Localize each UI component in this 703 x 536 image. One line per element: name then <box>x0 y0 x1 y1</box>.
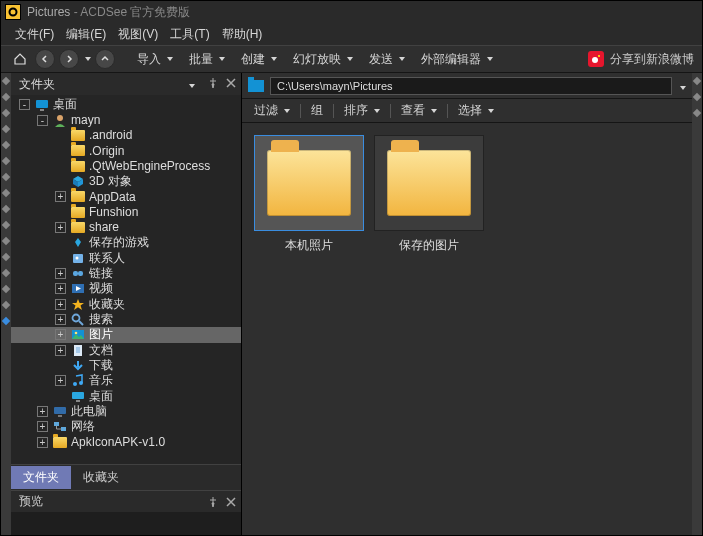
tree-item[interactable]: 桌面 <box>11 389 241 404</box>
pic-icon <box>70 328 85 341</box>
expand-toggle[interactable]: - <box>19 99 30 110</box>
tree-item[interactable]: +视频 <box>11 281 241 296</box>
expand-toggle[interactable]: + <box>55 345 66 356</box>
cube-icon <box>70 175 85 188</box>
pin-icon[interactable] <box>207 77 219 89</box>
svg-rect-22 <box>76 400 80 402</box>
svg-point-5 <box>57 115 63 121</box>
filter-group[interactable]: 组 <box>305 102 329 119</box>
tab-favorites[interactable]: 收藏夹 <box>71 466 131 489</box>
search-icon <box>70 313 85 326</box>
path-input[interactable] <box>270 77 672 95</box>
game-icon <box>70 236 85 249</box>
share-weibo-label: 分享到新浪微博 <box>610 51 694 68</box>
toolbar-slideshow[interactable]: 幻灯放映 <box>287 51 359 68</box>
expand-toggle[interactable]: + <box>37 421 48 432</box>
toolbar-batch[interactable]: 批量 <box>183 51 231 68</box>
close-icon[interactable] <box>225 77 237 89</box>
nav-forward-button[interactable] <box>59 49 79 69</box>
expand-toggle[interactable]: + <box>55 299 66 310</box>
svg-rect-23 <box>54 407 66 414</box>
expand-toggle[interactable]: + <box>37 437 48 448</box>
expand-toggle[interactable]: + <box>55 314 66 325</box>
tab-folders[interactable]: 文件夹 <box>11 466 71 489</box>
expand-toggle[interactable]: + <box>55 329 66 340</box>
tree-item[interactable]: .QtWebEngineProcess <box>11 158 241 173</box>
tree-item-label: AppData <box>89 190 136 204</box>
path-dropdown[interactable] <box>678 79 686 93</box>
expand-toggle[interactable]: - <box>37 115 48 126</box>
expand-toggle[interactable]: + <box>55 283 66 294</box>
folder-thumbnail-icon <box>374 135 484 231</box>
toolbar-create[interactable]: 创建 <box>235 51 283 68</box>
thumbnail-item[interactable]: 保存的图片 <box>374 135 484 254</box>
tree-item[interactable]: .android <box>11 128 241 143</box>
tree-item[interactable]: +收藏夹 <box>11 296 241 311</box>
desk-icon <box>70 390 85 403</box>
rail-marker-icon <box>693 109 701 117</box>
thumbnails-grid: 本机照片保存的图片 <box>242 123 692 535</box>
panel-options-dropdown[interactable] <box>187 77 195 91</box>
tree-item[interactable]: +share <box>11 220 241 235</box>
menu-file[interactable]: 文件(F) <box>9 26 60 43</box>
tree-item-label: .android <box>89 128 132 142</box>
tree-item[interactable]: +网络 <box>11 419 241 434</box>
tree-item[interactable]: 联系人 <box>11 250 241 265</box>
menu-tools[interactable]: 工具(T) <box>164 26 215 43</box>
tree-item[interactable]: 保存的游戏 <box>11 235 241 250</box>
tree-item[interactable]: +搜索 <box>11 312 241 327</box>
home-button[interactable] <box>9 48 31 70</box>
tree-item-label: 3D 对象 <box>89 173 132 190</box>
filter-sort[interactable]: 排序 <box>338 102 386 119</box>
tree-item[interactable]: +AppData <box>11 189 241 204</box>
tree-item-label: Funshion <box>89 205 138 219</box>
rail-marker-icon <box>2 253 10 261</box>
tree-item[interactable]: 下载 <box>11 358 241 373</box>
rail-marker-icon <box>2 269 10 277</box>
expand-toggle[interactable]: + <box>55 375 66 386</box>
pin-icon[interactable] <box>207 496 219 508</box>
tree-item[interactable]: 3D 对象 <box>11 174 241 189</box>
share-weibo-button[interactable]: 分享到新浪微博 <box>588 51 694 68</box>
toolbar-send[interactable]: 发送 <box>363 51 411 68</box>
tree-item[interactable]: +文档 <box>11 343 241 358</box>
nav-back-button[interactable] <box>35 49 55 69</box>
nav-history-dropdown[interactable] <box>83 57 91 61</box>
menu-view[interactable]: 视图(V) <box>112 26 164 43</box>
rail-marker-icon <box>2 157 10 165</box>
video-icon <box>70 282 85 295</box>
tree-item[interactable]: +音乐 <box>11 373 241 388</box>
tree-item[interactable]: .Origin <box>11 143 241 158</box>
menu-help[interactable]: 帮助(H) <box>216 26 269 43</box>
filter-filter[interactable]: 过滤 <box>248 102 296 119</box>
tree-item-label: ApkIconAPK-v1.0 <box>71 435 165 449</box>
tree-item[interactable]: -桌面 <box>11 97 241 112</box>
filter-select[interactable]: 选择 <box>452 102 500 119</box>
expand-toggle[interactable]: + <box>55 268 66 279</box>
rail-marker-icon <box>2 93 10 101</box>
tree-item[interactable]: +链接 <box>11 266 241 281</box>
tree-item[interactable]: +图片 <box>11 327 241 342</box>
tree-item[interactable]: +此电脑 <box>11 404 241 419</box>
filter-view[interactable]: 查看 <box>395 102 443 119</box>
tree-item[interactable]: +ApkIconAPK-v1.0 <box>11 435 241 450</box>
expand-toggle[interactable]: + <box>55 191 66 202</box>
expand-toggle[interactable]: + <box>55 222 66 233</box>
toolbar-import[interactable]: 导入 <box>131 51 179 68</box>
tree-item[interactable]: Funshion <box>11 204 241 219</box>
rail-marker-icon <box>2 189 10 197</box>
nav-up-button[interactable] <box>95 49 115 69</box>
rail-marker-icon <box>2 141 10 149</box>
tree-item[interactable]: -mayn <box>11 112 241 127</box>
window-title: Pictures - ACDSee 官方免费版 <box>27 4 190 21</box>
pc-icon <box>52 405 67 418</box>
thumbnail-item[interactable]: 本机照片 <box>254 135 364 254</box>
toolbar-external-editor[interactable]: 外部编辑器 <box>415 51 499 68</box>
user-icon <box>52 114 67 127</box>
svg-point-2 <box>598 55 600 57</box>
close-icon[interactable] <box>225 496 237 508</box>
menu-edit[interactable]: 编辑(E) <box>60 26 112 43</box>
expand-toggle[interactable]: + <box>37 406 48 417</box>
svg-rect-8 <box>73 271 78 276</box>
preview-panel-title: 预览 <box>19 493 43 510</box>
